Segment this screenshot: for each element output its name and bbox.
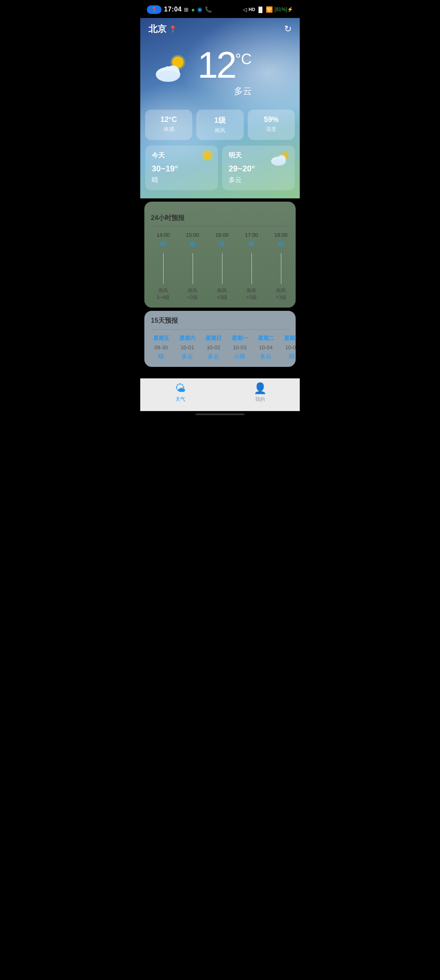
forecast-15-section: 15天预报 星期五 09-30 晴 星期六 10-01 多云 星期日 10-02…: [144, 311, 296, 367]
hourly-weather-2: 晴: [219, 241, 225, 248]
weather-5: 晴: [289, 353, 295, 360]
temp-info: 12 °C 多云: [198, 47, 252, 97]
tomorrow-card: 明天 29~20° 多云: [222, 146, 295, 190]
hourly-title: 24小时预报: [144, 207, 296, 226]
weekday-2: 星期日: [206, 335, 222, 342]
wifi-icon: 🛜: [266, 6, 273, 13]
date-3: 10-03: [233, 344, 246, 351]
weather-nav-label: 天气: [175, 396, 185, 403]
feels-like-value: 12°C: [149, 115, 188, 124]
weekday-4: 星期二: [258, 335, 274, 342]
today-weather-icon: [193, 149, 214, 173]
hourly-bar-1: [193, 253, 193, 284]
humidity-value: 59%: [252, 115, 291, 124]
temp-unit: °C: [235, 51, 251, 68]
profile-nav-label: 我的: [255, 396, 265, 403]
date-2: 10-02: [207, 344, 220, 351]
status-right-icons: ◁ HD ▐▌ 🛜 [81%]⚡: [243, 6, 293, 13]
hourly-wind-1: 南风: [188, 287, 198, 294]
hourly-level-3: <3级: [246, 294, 257, 301]
forecast-day-2: 星期日 10-02 多云: [201, 335, 226, 360]
temp-display: 12 °C 多云: [140, 38, 300, 101]
date-4: 10-04: [259, 344, 272, 351]
hourly-scroll[interactable]: 14:00 晴 南风 3~4级 15:00 晴 南风 <3级: [144, 231, 296, 301]
temperature-value: 12: [198, 47, 235, 83]
hourly-bar-area-4: [266, 251, 296, 284]
hourly-bar-area-3: [237, 251, 266, 284]
hourly-bar-4: [281, 253, 281, 284]
home-indicator: [195, 414, 245, 415]
hourly-wind-0: 南风: [158, 287, 168, 294]
tomorrow-weather: 多云: [229, 176, 288, 184]
hourly-time-0: 14:00: [157, 232, 170, 238]
forecast-day-1: 星期六 10-01 多云: [175, 335, 200, 360]
weekday-5: 星期三: [284, 335, 296, 342]
hourly-weather-4: 晴: [278, 241, 284, 248]
wind-value: 1级: [200, 115, 239, 125]
date-0: 09-30: [154, 344, 168, 351]
svg-line-10: [212, 151, 213, 152]
hourly-bar-area-2: [207, 251, 237, 284]
weekday-0: 星期五: [153, 335, 169, 342]
nav-item-weather[interactable]: 🌤 天气: [140, 382, 220, 403]
hourly-forecast-section: 24小时预报 14:00 晴 南风 3~4级 15:00 晴: [144, 202, 296, 308]
hourly-grid: 14:00 晴 南风 3~4级 15:00 晴 南风 <3级: [144, 232, 296, 301]
weather-1: 多云: [182, 353, 193, 360]
info-card-feels-like: 12°C 体感: [145, 110, 192, 140]
status-icon-3: ◉: [197, 6, 202, 13]
info-card-humidity: 59% 湿度: [248, 110, 295, 140]
location-pill: 📍: [147, 5, 162, 14]
forecast-day-5: 星期三 10-05 晴: [279, 335, 296, 360]
hourly-level-0: 3~4级: [157, 294, 170, 301]
forecast-15-divider: [151, 329, 289, 330]
status-icon-4: 📞: [205, 6, 212, 13]
weather-description: 多云: [198, 85, 252, 97]
weather-nav-icon: 🌤: [175, 382, 186, 395]
svg-point-6: [157, 70, 180, 82]
tomorrow-weather-icon: [269, 149, 291, 173]
weather-hero: 北京 📍 ↻ 12 °C: [140, 18, 300, 198]
profile-nav-icon: 👤: [254, 382, 267, 395]
hourly-wind-2: 南风: [217, 287, 227, 294]
info-cards-row: 12°C 体感 1级 南风 59% 湿度: [140, 106, 300, 144]
hourly-bar-3: [251, 253, 252, 284]
forecast-15-grid[interactable]: 星期五 09-30 晴 星期六 10-01 多云 星期日 10-02 多云 星期…: [144, 335, 296, 360]
weekday-3: 星期一: [232, 335, 248, 342]
navigation-icon: ◁: [243, 7, 247, 13]
hourly-divider: [151, 226, 289, 226]
city-display: 北京 📍: [148, 23, 177, 35]
forecast-day-0: 星期五 09-30 晴: [148, 335, 174, 360]
city-text: 北京: [148, 23, 166, 35]
weather-icon-main: [153, 53, 189, 91]
hourly-level-1: <3级: [187, 294, 198, 301]
status-icon-2: ●: [191, 6, 195, 13]
wind-label: 南风: [200, 127, 239, 134]
forecast-day-4: 星期二 10-04 多云: [253, 335, 278, 360]
bottom-nav: 🌤 天气 👤 我的: [140, 378, 300, 411]
status-icon-1: ⊞: [184, 7, 189, 13]
hourly-time-3: 17:00: [245, 232, 258, 238]
weather-2: 多云: [208, 353, 219, 360]
weather-4: 多云: [260, 353, 272, 360]
hourly-inner: 24小时预报 14:00 晴 南风 3~4级 15:00 晴: [144, 207, 296, 301]
hourly-time-2: 16:00: [216, 232, 229, 238]
location-icon: 📍: [169, 25, 177, 33]
hourly-wind-3: 南风: [247, 287, 256, 294]
hourly-item-3: 17:00 晴 南风 <3级: [237, 232, 266, 301]
hourly-time-1: 15:00: [186, 232, 200, 238]
hourly-level-4: <3级: [276, 294, 286, 301]
header-bar: 北京 📍 ↻: [140, 18, 300, 38]
status-time: 17:04: [164, 6, 182, 13]
status-bar: 📍 17:04 ⊞ ● ◉ 📞 ◁ HD ▐▌ 🛜 [81%]⚡: [140, 0, 300, 18]
date-5: 10-05: [285, 344, 296, 351]
hourly-item-2: 16:00 晴 南风 <3级: [207, 232, 237, 301]
hourly-level-2: <3级: [217, 294, 227, 301]
hourly-bar-2: [222, 253, 222, 284]
refresh-button[interactable]: ↻: [284, 24, 292, 34]
info-card-wind: 1级 南风: [196, 110, 243, 140]
hourly-item-1: 15:00 晴 南风 <3级: [178, 232, 207, 301]
nav-item-profile[interactable]: 👤 我的: [220, 382, 300, 403]
date-1: 10-01: [180, 344, 194, 351]
forecast-15-title: 15天预报: [144, 317, 296, 329]
hourly-weather-3: 晴: [249, 241, 254, 248]
